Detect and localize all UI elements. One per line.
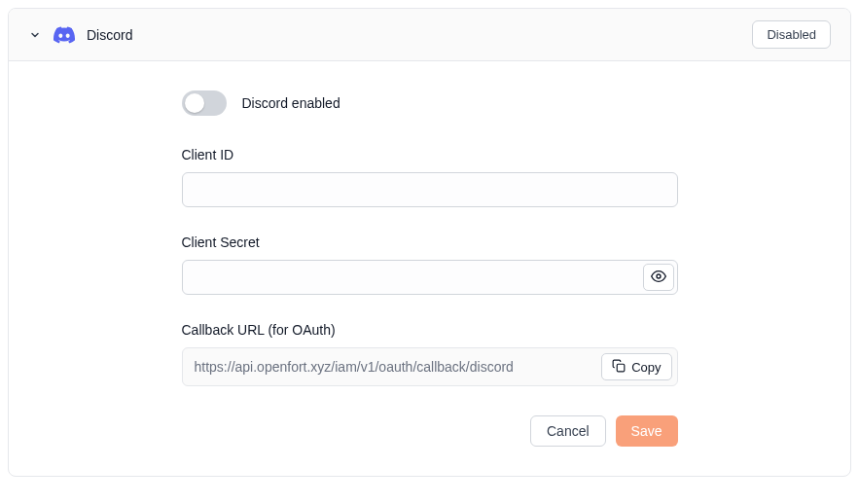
client-id-group: Client ID: [182, 147, 678, 207]
panel-header: Discord Disabled: [9, 9, 850, 61]
toggle-label: Discord enabled: [242, 95, 340, 111]
callback-group: Callback URL (for OAuth) Copy: [182, 322, 678, 386]
client-id-input[interactable]: [182, 172, 678, 207]
callback-wrapper: Copy: [182, 347, 678, 386]
copy-button[interactable]: Copy: [601, 353, 671, 380]
client-secret-label: Client Secret: [182, 234, 678, 250]
svg-rect-1: [617, 364, 625, 372]
chevron-down-icon[interactable]: [28, 28, 42, 42]
cancel-button[interactable]: Cancel: [530, 415, 606, 447]
toggle-row: Discord enabled: [182, 90, 678, 116]
panel-body: Discord enabled Client ID Client Secret: [9, 61, 850, 476]
enable-toggle[interactable]: [182, 90, 227, 116]
header-left: Discord: [28, 24, 132, 46]
reveal-secret-button[interactable]: [643, 264, 674, 291]
form-container: Discord enabled Client ID Client Secret: [182, 90, 678, 447]
svg-point-0: [657, 274, 661, 278]
status-badge: Disabled: [752, 20, 831, 49]
copy-label: Copy: [631, 360, 661, 375]
client-secret-group: Client Secret: [182, 234, 678, 295]
callback-label: Callback URL (for OAuth): [182, 322, 678, 338]
eye-icon: [651, 269, 666, 287]
toggle-knob: [185, 93, 204, 113]
provider-panel: Discord Disabled Discord enabled Client …: [8, 8, 851, 477]
discord-icon: [54, 24, 75, 46]
client-id-label: Client ID: [182, 147, 678, 162]
provider-title: Discord: [87, 27, 132, 43]
copy-icon: [612, 359, 626, 376]
client-secret-wrapper: [182, 260, 678, 295]
client-secret-input[interactable]: [182, 260, 678, 295]
save-button[interactable]: Save: [616, 415, 678, 447]
button-row: Cancel Save: [182, 415, 678, 447]
